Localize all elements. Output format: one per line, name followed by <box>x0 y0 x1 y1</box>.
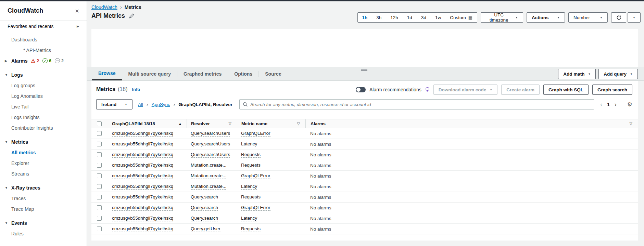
graphqlapiid-cell[interactable]: cmzusgvb55dhhgll7qykelhskq <box>112 194 173 200</box>
time-range-1h[interactable]: 1h <box>358 13 372 22</box>
column-graphqlapiid[interactable]: GraphQLAPIId 18/18 <box>112 121 155 126</box>
time-range-12h[interactable]: 12h <box>386 13 403 22</box>
graphqlapiid-cell[interactable]: cmzusgvb55dhhgll7qykelhskq <box>112 152 173 158</box>
graphqlapiid-cell[interactable]: cmzusgvb55dhhgll7qykelhskq <box>112 163 173 168</box>
number-dropdown[interactable]: Number ▼ <box>568 12 608 23</box>
sidebar-section-alarms[interactable]: ▶ Alarms ⚠ 2 ✓ 6 ⋯ 2 <box>0 55 87 66</box>
tab-source[interactable]: Source <box>259 67 287 80</box>
sort-ascending-icon[interactable]: ▲ <box>178 122 182 126</box>
timezone-dropdown[interactable]: UTC timezone ▼ <box>481 12 523 23</box>
graphqlapiid-cell[interactable]: cmzusgvb55dhhgll7qykelhskq <box>112 141 173 147</box>
actions-dropdown[interactable]: Actions ▼ <box>527 12 565 23</box>
resolver-cell[interactable]: Query.searchUsers <box>191 131 230 137</box>
create-alarm-button[interactable]: Create alarm <box>501 85 540 95</box>
resolver-cell[interactable]: Mutation.create... <box>191 163 226 168</box>
breadcrumb-appsync-link[interactable]: AppSync <box>152 102 170 107</box>
graphqlapiid-cell[interactable]: cmzusgvb55dhhgll7qykelhskq <box>112 173 173 179</box>
download-alarm-code-button[interactable]: Download alarm code ▼ <box>433 85 497 95</box>
row-checkbox[interactable] <box>97 226 102 231</box>
metric-name-cell[interactable]: Requests <box>241 163 261 168</box>
metric-name-cell[interactable]: Requests <box>241 194 261 200</box>
metric-name-cell[interactable]: Requests <box>241 226 261 232</box>
edit-pencil-icon[interactable] <box>129 13 134 18</box>
next-page-icon[interactable]: › <box>615 101 617 108</box>
row-checkbox[interactable] <box>97 142 102 146</box>
metric-name-cell[interactable]: Latency <box>241 216 257 221</box>
graph-search-button[interactable]: Graph search <box>592 85 632 95</box>
graphqlapiid-cell[interactable]: cmzusgvb55dhhgll7qykelhskq <box>112 216 173 221</box>
sidebar-item-dashboards[interactable]: Dashboards <box>0 34 87 45</box>
sidebar-item-rules[interactable]: Rules <box>0 228 87 239</box>
time-range-1w[interactable]: 1w <box>431 13 445 22</box>
row-checkbox[interactable] <box>97 184 102 189</box>
filter-icon[interactable]: ▽ <box>229 121 231 126</box>
sidebar-section-events[interactable]: ▼ Events <box>0 218 87 228</box>
resolver-cell[interactable]: Query.getUser <box>191 226 220 232</box>
row-checkbox[interactable] <box>97 195 102 199</box>
row-checkbox[interactable] <box>97 152 102 157</box>
sidebar-item-log-anomalies[interactable]: Log Anomalies <box>0 91 87 101</box>
column-metric-name[interactable]: Metric name <box>241 121 267 126</box>
row-checkbox[interactable] <box>97 131 102 136</box>
sidebar-item-live-tail[interactable]: Live Tail <box>0 101 87 112</box>
row-checkbox[interactable] <box>97 163 102 168</box>
gear-icon[interactable]: ⚙ <box>627 101 632 108</box>
time-range-1d[interactable]: 1d <box>403 13 417 22</box>
breadcrumb-cloudwatch-link[interactable]: CloudWatch <box>91 4 117 10</box>
select-all-checkbox[interactable] <box>97 121 102 126</box>
graphqlapiid-cell[interactable]: cmzusgvb55dhhgll7qykelhskq <box>112 184 173 190</box>
time-range-3h[interactable]: 3h <box>372 13 386 22</box>
metric-name-cell[interactable]: Latency <box>241 184 257 190</box>
column-resolver[interactable]: Resolver <box>191 121 210 126</box>
filter-icon[interactable]: ▽ <box>297 121 300 126</box>
row-checkbox[interactable] <box>97 173 102 178</box>
column-alarms[interactable]: Alarms <box>311 121 326 126</box>
resolver-cell[interactable]: Query.search <box>191 216 218 221</box>
time-range-custom[interactable]: Custom ▦ <box>445 13 477 22</box>
tab-graphed-metrics[interactable]: Graphed metrics <box>177 67 228 80</box>
metric-name-cell[interactable]: GraphQLError <box>241 205 270 211</box>
region-dropdown[interactable]: Ireland ▼ <box>96 99 132 109</box>
row-checkbox[interactable] <box>97 205 102 210</box>
resolver-cell[interactable]: Query.searchUsers <box>191 152 230 158</box>
sidebar-item-favorites[interactable]: Favorites and recents ▶ <box>0 21 87 32</box>
add-query-button[interactable]: Add query ▼ <box>598 69 638 79</box>
refresh-options-dropdown[interactable]: ▼ <box>628 12 641 23</box>
sidebar-item-streams[interactable]: Streams <box>0 168 87 179</box>
sidebar-section-metrics[interactable]: ▼ Metrics <box>0 137 87 147</box>
graphqlapiid-cell[interactable]: cmzusgvb55dhhgll7qykelhskq <box>112 205 173 211</box>
graphqlapiid-cell[interactable]: cmzusgvb55dhhgll7qykelhskq <box>112 131 173 137</box>
filter-icon[interactable]: ▽ <box>630 121 632 126</box>
add-math-button[interactable]: Add math ▼ <box>558 69 596 79</box>
metric-name-cell[interactable]: GraphQLError <box>241 131 270 137</box>
sidebar-item-explorer[interactable]: Explorer <box>0 158 87 168</box>
resolver-cell[interactable]: Query.searchUsers <box>191 141 230 147</box>
resolver-cell[interactable]: Mutation.create... <box>191 184 226 190</box>
info-link[interactable]: Info <box>132 87 140 92</box>
sidebar-item-api-metrics-dashboard[interactable]: * API-Metrics <box>0 45 87 55</box>
resolver-cell[interactable]: Query.search <box>191 205 218 211</box>
metric-search-input[interactable] <box>250 102 591 107</box>
resolver-cell[interactable]: Mutation.create... <box>191 173 226 179</box>
previous-page-icon[interactable]: ‹ <box>600 101 602 108</box>
metric-name-cell[interactable]: Requests <box>241 152 261 158</box>
tab-options[interactable]: Options <box>228 67 258 80</box>
refresh-button[interactable] <box>611 12 626 23</box>
sidebar-item-logs-insights[interactable]: Logs Insights <box>0 112 87 122</box>
tab-multi-source-query[interactable]: Multi source query <box>122 67 177 80</box>
close-icon[interactable]: × <box>75 8 79 14</box>
row-checkbox[interactable] <box>97 216 102 221</box>
breadcrumb-all-link[interactable]: All <box>138 102 143 107</box>
metric-name-cell[interactable]: GraphQLError <box>241 173 270 179</box>
alarm-recommendations-toggle[interactable] <box>356 87 366 92</box>
sidebar-item-traces[interactable]: Traces <box>0 193 87 204</box>
tab-browse[interactable]: Browse <box>92 67 122 80</box>
metric-name-cell[interactable]: Latency <box>241 141 257 147</box>
panel-resize-handle-icon[interactable] <box>361 69 367 72</box>
sidebar-item-all-metrics[interactable]: All metrics <box>0 147 87 158</box>
graphqlapiid-cell[interactable]: cmzusgvb55dhhgll7qykelhskq <box>112 226 173 232</box>
sidebar-item-trace-map[interactable]: Trace Map <box>0 204 87 214</box>
sidebar-item-log-groups[interactable]: Log groups <box>0 80 87 91</box>
sidebar-item-contributor-insights[interactable]: Contributor Insights <box>0 122 87 133</box>
resolver-cell[interactable]: Query.search <box>191 194 218 200</box>
